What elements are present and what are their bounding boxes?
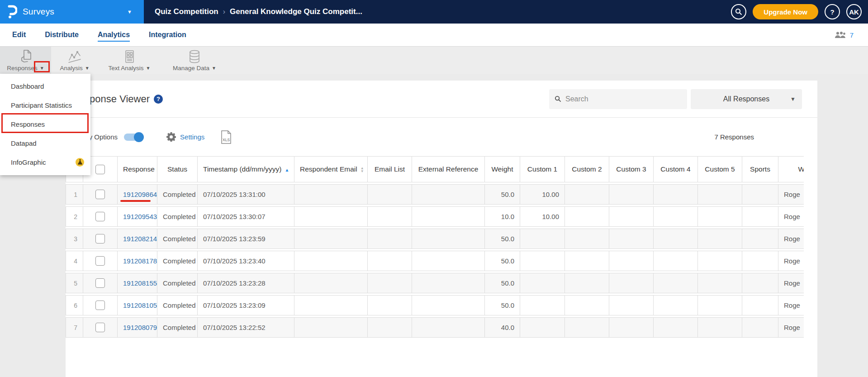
- column-header-timestamp[interactable]: Timestamp (dd/mm/yyyy)▲: [198, 156, 294, 182]
- cell-sports: [742, 206, 778, 227]
- cell-custom_5: [698, 184, 742, 205]
- row-checkbox[interactable]: [95, 190, 105, 199]
- cell-custom_4: [654, 229, 698, 249]
- cell-custom_3: [609, 229, 654, 249]
- cell-custom_5: [698, 251, 742, 271]
- avatar[interactable]: AK: [846, 4, 862, 19]
- cell-custom_2: [565, 295, 609, 315]
- cell-status: Completed: [157, 317, 198, 338]
- xls-label: XLS: [223, 138, 230, 142]
- response-id-link[interactable]: 191208079: [123, 324, 157, 331]
- sort-icon[interactable]: ▲▼: [360, 167, 364, 173]
- row-checkbox[interactable]: [95, 256, 105, 266]
- cell-custom_1: [520, 251, 565, 271]
- toolbar-responses-button[interactable]: Responses▼: [0, 47, 51, 74]
- toolbar-manage-data-button[interactable]: Manage Data▼: [161, 47, 228, 74]
- row-checkbox[interactable]: [95, 212, 105, 221]
- cell-timestamp: 07/10/2025 13:22:52: [198, 317, 294, 338]
- tab-distribute[interactable]: Distribute: [45, 31, 79, 39]
- chevron-down-icon[interactable]: ▼: [146, 66, 151, 71]
- response-row: 6191208105Completed07/10/2025 13:23:0950…: [66, 295, 804, 315]
- display-options-toggle[interactable]: [124, 134, 143, 141]
- respondent-counter[interactable]: 7: [835, 31, 854, 39]
- column-label: Custom 4: [660, 165, 690, 173]
- menu-item-infographic[interactable]: InfoGraphic: [0, 153, 90, 172]
- breadcrumb-folder[interactable]: Quiz Competition: [155, 7, 218, 16]
- sort-asc-icon[interactable]: ▲: [285, 167, 289, 172]
- cell-timestamp: 07/10/2025 13:31:00: [198, 184, 294, 205]
- product-switcher[interactable]: Surveys ▼: [0, 0, 144, 24]
- cell-email_list: [368, 273, 412, 293]
- row-checkbox[interactable]: [95, 301, 105, 310]
- viewer-title-row: Response Viewer ? All Responses ▼: [66, 81, 817, 118]
- cell-respondent_email: [294, 251, 368, 271]
- row-checkbox[interactable]: [95, 323, 105, 332]
- cell-checkbox: [83, 229, 118, 249]
- tab-analytics[interactable]: Analytics: [98, 31, 130, 39]
- cell-custom_2: [565, 184, 609, 205]
- cell-num: 7: [66, 317, 83, 338]
- cell-who: Roge: [778, 229, 804, 249]
- search-box: [549, 89, 687, 109]
- cell-status: Completed: [157, 184, 198, 205]
- cell-custom_5: [698, 295, 742, 315]
- response-id-link[interactable]: 191209543: [123, 213, 157, 220]
- column-header-custom_2: Custom 2: [565, 156, 609, 182]
- cell-status: Completed: [157, 206, 198, 227]
- column-label: Who: [798, 165, 804, 173]
- toolbar-analysis-button[interactable]: Analysis▼: [51, 47, 98, 74]
- chevron-down-icon[interactable]: ▼: [127, 9, 132, 14]
- chevron-down-icon[interactable]: ▼: [85, 66, 90, 71]
- tab-integration[interactable]: Integration: [149, 31, 186, 39]
- column-label: Weight: [492, 165, 513, 173]
- row-checkbox[interactable]: [95, 278, 105, 288]
- select-all-checkbox[interactable]: [95, 165, 105, 174]
- search-button[interactable]: [731, 4, 746, 19]
- column-label: Custom 3: [616, 165, 646, 173]
- column-header-status: Status: [157, 156, 198, 182]
- response-id-link[interactable]: 191208105: [123, 301, 157, 309]
- upgrade-now-button[interactable]: Upgrade Now: [753, 4, 818, 19]
- response-count: 7 Responses: [714, 133, 754, 141]
- cell-custom_3: [609, 317, 654, 338]
- export-xls-button[interactable]: XLS: [221, 130, 232, 144]
- column-header-respondent_email[interactable]: Respondent Email▲▼: [294, 156, 368, 182]
- column-header-weight: Weight: [485, 156, 520, 182]
- menu-item-responses[interactable]: Responses: [0, 115, 90, 134]
- cell-checkbox: [83, 317, 118, 338]
- response-row: 3191208214Completed07/10/2025 13:23:5950…: [66, 229, 804, 249]
- menu-item-participant-statistics[interactable]: Participant Statistics: [0, 95, 90, 115]
- row-checkbox[interactable]: [95, 234, 105, 243]
- help-button[interactable]: ?: [825, 4, 840, 19]
- toggle-knob: [134, 132, 144, 142]
- search-input[interactable]: [565, 95, 682, 103]
- tab-edit[interactable]: Edit: [12, 31, 26, 39]
- cell-num: 3: [66, 229, 83, 249]
- column-header-response_id[interactable]: Response ID▲▼: [118, 156, 157, 182]
- cell-sports: [742, 229, 778, 249]
- response-id-link[interactable]: 191208214: [123, 235, 157, 243]
- survey-nav-tabs: Edit Distribute Analytics Integration 7: [0, 24, 868, 47]
- response-id-link[interactable]: 191208178: [123, 257, 157, 265]
- cell-respondent_email: [294, 206, 368, 227]
- cell-custom_5: [698, 317, 742, 338]
- cell-who: Roge: [778, 184, 804, 205]
- chevron-down-icon[interactable]: ▼: [40, 66, 44, 71]
- chevron-down-icon[interactable]: ▼: [212, 66, 216, 71]
- cell-email_list: [368, 317, 412, 338]
- settings-button[interactable]: Settings: [166, 132, 204, 142]
- response-filter-select[interactable]: All Responses ▼: [691, 89, 802, 109]
- magnifier-icon: [735, 8, 742, 15]
- menu-item-dashboard[interactable]: Dashboard: [0, 76, 90, 95]
- response-id-link[interactable]: 191209864: [123, 191, 157, 198]
- toolbar-text-analysis-button[interactable]: Text Analysis▼: [98, 47, 161, 74]
- cell-timestamp: 07/10/2025 13:30:07: [198, 206, 294, 227]
- responses-report-icon: [18, 49, 34, 64]
- column-label: Email List: [375, 165, 405, 173]
- title-help-icon[interactable]: ?: [154, 95, 163, 104]
- response-id-link[interactable]: 191208155: [123, 279, 157, 287]
- cell-custom_1: [520, 317, 565, 338]
- cell-weight: 50.0: [485, 229, 520, 249]
- cell-custom_2: [565, 317, 609, 338]
- menu-item-datapad[interactable]: Datapad: [0, 134, 90, 153]
